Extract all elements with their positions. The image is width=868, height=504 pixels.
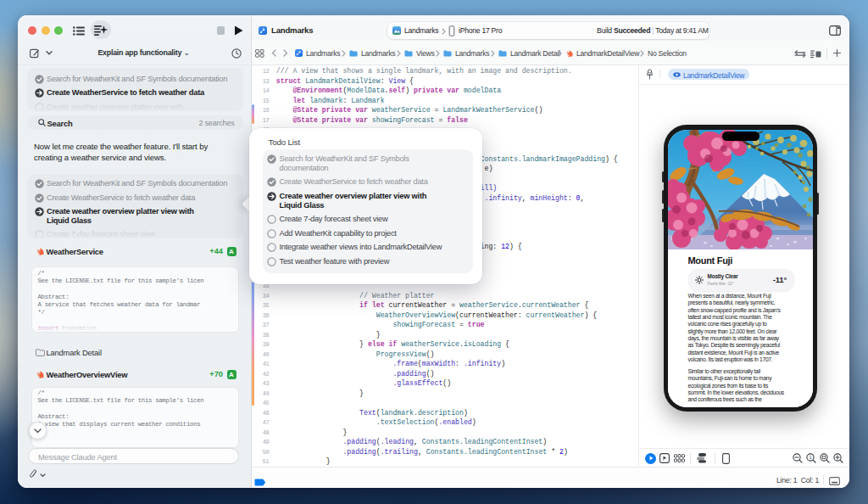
svg-text:1: 1 xyxy=(809,455,811,460)
